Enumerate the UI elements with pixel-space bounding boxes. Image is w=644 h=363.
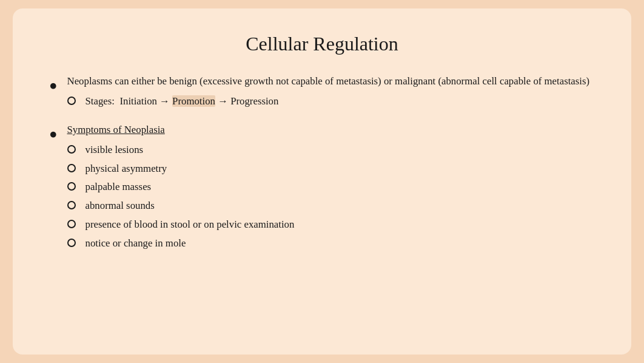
sub-text-abnormal-sounds: abnormal sounds	[86, 198, 155, 214]
sub-circle-6	[67, 239, 76, 247]
sub-item-blood-stool: presence of blood in stool or on pelvic …	[67, 217, 595, 233]
sub-circle-4	[67, 201, 76, 209]
bullet-dot-2: ●	[49, 123, 58, 145]
sub-item-visible-lesions: visible lesions	[67, 142, 595, 158]
sub-item-mole: notice or change in mole	[67, 236, 595, 252]
bullet-text-1: Neoplasms can either be benign (excessiv…	[67, 73, 595, 112]
content-area: ● Neoplasms can either be benign (excess…	[49, 73, 595, 264]
bullet-2-text: Symptoms of Neoplasia	[67, 124, 165, 135]
list-item-1: ● Neoplasms can either be benign (excess…	[49, 73, 595, 112]
sub-circle-5	[67, 220, 76, 228]
sub-text-palpable-masses: palpable masses	[86, 179, 152, 195]
sub-list-1: Stages: Initiation → Promotion → Progres…	[67, 93, 595, 110]
sub-list-2: visible lesions physical asymmetry palpa…	[67, 142, 595, 252]
sub-item-abnormal-sounds: abnormal sounds	[67, 198, 595, 214]
bullet-dot-1: ●	[49, 75, 58, 97]
sub-item-palpable-masses: palpable masses	[67, 179, 595, 195]
sub-item-physical-asymmetry: physical asymmetry	[67, 161, 595, 177]
bullet-text-2: Symptoms of Neoplasia visible lesions ph…	[67, 122, 595, 254]
sub-circle-3	[67, 182, 76, 191]
sub-text-physical-asymmetry: physical asymmetry	[86, 161, 167, 177]
list-item-2: ● Symptoms of Neoplasia visible lesions …	[49, 122, 595, 254]
promotion-highlight: Promotion	[172, 95, 215, 107]
slide-title: Cellular Regulation	[49, 33, 595, 55]
sub-text-visible-lesions: visible lesions	[86, 142, 144, 158]
main-list: ● Neoplasms can either be benign (excess…	[49, 73, 595, 254]
sub-text-blood-stool: presence of blood in stool or on pelvic …	[86, 217, 295, 233]
sub-text-stages: Stages: Initiation → Promotion → Progres…	[86, 93, 279, 110]
sub-circle-2	[67, 164, 76, 172]
sub-circle-stages	[67, 97, 76, 105]
sub-item-stages: Stages: Initiation → Promotion → Progres…	[67, 93, 595, 110]
sub-text-mole: notice or change in mole	[86, 236, 186, 252]
slide-container: Cellular Regulation ● Neoplasms can eith…	[13, 8, 631, 355]
sub-circle-1	[67, 145, 76, 154]
bullet-1-text: Neoplasms can either be benign (excessiv…	[67, 75, 590, 87]
